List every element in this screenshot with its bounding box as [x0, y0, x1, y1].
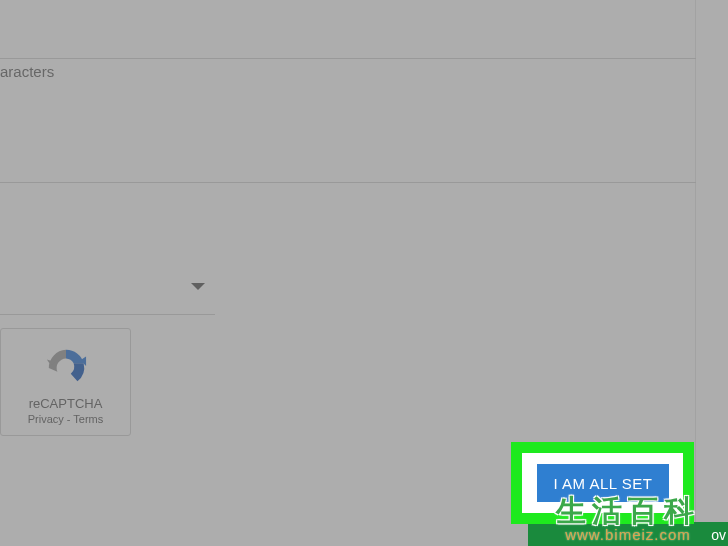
watermark: 生活百科 www.bimeiz.com — [528, 478, 728, 546]
dropdown-field[interactable] — [0, 285, 215, 303]
recaptcha-icon — [45, 347, 87, 389]
input-underline-1[interactable] — [0, 58, 696, 59]
recaptcha-privacy-terms[interactable]: Privacy - Terms — [28, 413, 104, 425]
recaptcha-label: reCAPTCHA — [29, 396, 103, 411]
recaptcha-widget[interactable]: reCAPTCHA Privacy - Terms — [0, 328, 131, 436]
chevron-down-icon — [191, 283, 205, 290]
password-helper-text: aracters — [0, 63, 54, 80]
watermark-domain: www.bimeiz.com — [565, 526, 691, 543]
dropdown-underline — [0, 314, 215, 315]
watermark-chinese: 生活百科 — [556, 496, 700, 526]
input-underline-2[interactable] — [0, 182, 696, 183]
vertical-separator — [695, 0, 696, 546]
